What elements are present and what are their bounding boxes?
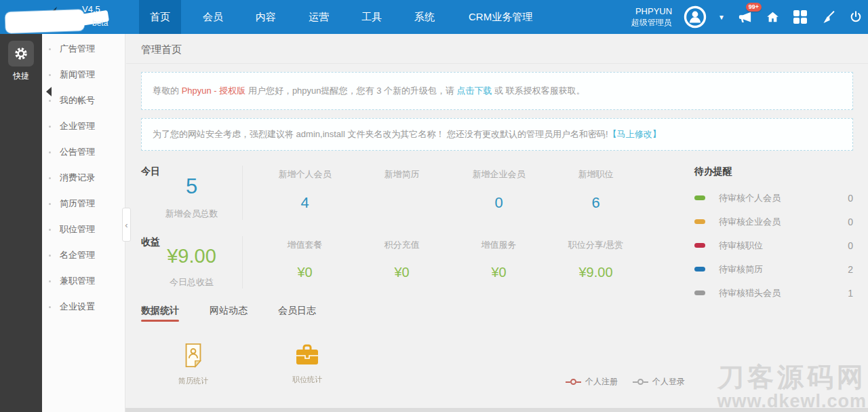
bottom-tabs: 数据统计 网站动态 会员日志 <box>141 305 853 322</box>
active-tab-underline <box>141 320 179 322</box>
todo-count: 0 <box>848 217 853 227</box>
home-icon[interactable] <box>764 9 781 25</box>
revenue-total-label: 今日总收益 <box>141 276 242 288</box>
clear-cache-broom-icon[interactable] <box>820 9 836 25</box>
stat-label: 新增简历 <box>353 168 450 181</box>
todo-label: 待审核简历 <box>719 263 848 276</box>
apps-grid-icon[interactable] <box>792 9 808 25</box>
status-pill-icon <box>694 291 705 295</box>
line-marker-icon <box>566 379 581 385</box>
stat-col-job-share-reward: 职位分享/悬赏 ¥9.00 <box>547 239 644 288</box>
stat-value: 4 <box>256 194 353 212</box>
header-right-cluster: PHPYUN 超级管理员 ▼ 99+ <box>631 0 864 34</box>
tab-site-activity[interactable]: 网站动态 <box>210 305 248 322</box>
sidebar-item-consumption-records[interactable]: 消费记录 <box>42 165 125 191</box>
sidebar-item-announcement-management[interactable]: 公告管理 <box>42 139 125 165</box>
sidebar-item-resume-management[interactable]: 简历管理 <box>42 191 125 217</box>
tab-label: 网站动态 <box>210 305 248 316</box>
resume-document-icon <box>180 342 206 369</box>
sidebar-item-news-management[interactable]: 新闻管理 <box>42 62 125 88</box>
tab-label: 会员日志 <box>278 305 316 316</box>
todo-item-headhunter-member-review[interactable]: 待审核猎头会员 1 <box>694 281 853 305</box>
notice-text: 为了您的网站安全考虑，强烈建议将 admin,install 文件夹名改为其它名… <box>153 129 608 139</box>
stat-col-new-company-members: 新增企业会员 0 <box>450 168 547 220</box>
sidebar-item-job-management[interactable]: 职位管理 <box>42 217 125 242</box>
legend-item-personal-login[interactable]: 个人登录 <box>633 376 685 388</box>
todo-count: 2 <box>848 264 853 275</box>
sidebar-item-company-management[interactable]: 企业管理 <box>42 113 125 139</box>
stat-label: 新增企业会员 <box>450 168 547 181</box>
logout-power-icon[interactable] <box>848 9 864 25</box>
todo-item-personal-member-review[interactable]: 待审核个人会员 0 <box>694 186 853 210</box>
line-marker-icon <box>633 379 648 385</box>
gear-icon <box>14 46 28 61</box>
upgrade-notice: 尊敬的 Phpyun - 授权版 用户您好，phpyun提醒您，您有 3 个新的… <box>141 72 853 110</box>
modify-now-link[interactable]: 【马上修改】 <box>608 129 661 139</box>
stat-label: 职位分享/悬赏 <box>547 239 644 251</box>
sidebar-menu: 广告管理 新闻管理 我的帐号 企业管理 公告管理 消费记录 简历管理 职位管理 … <box>42 34 125 320</box>
todo-label: 待审核职位 <box>719 240 848 252</box>
sidebar-item-my-account[interactable]: 我的帐号 <box>42 88 125 113</box>
user-role: 超级管理员 <box>631 17 672 29</box>
dashboard-stats: 今日 5 新增会员总数 新增个人会员 4 新增简历 <box>141 166 853 288</box>
announcement-icon[interactable]: 99+ <box>736 9 753 25</box>
section-title: 收益 <box>141 236 160 248</box>
tab-data-statistics[interactable]: 数据统计 <box>141 305 179 322</box>
main-content: 管理首页 尊敬的 Phpyun - 授权版 用户您好，phpyun提醒您，您有 … <box>126 34 868 412</box>
sidebar-item-company-settings[interactable]: 企业设置 <box>42 294 125 320</box>
todo-item-job-review[interactable]: 待审核职位 0 <box>694 233 853 257</box>
user-info[interactable]: PHPYUN 超级管理员 <box>631 5 672 29</box>
todo-item-resume-review[interactable]: 待审核简历 2 <box>694 257 853 281</box>
stat-col-new-jobs: 新增职位 6 <box>547 168 644 220</box>
sidebar-item-ad-management[interactable]: 广告管理 <box>42 36 125 62</box>
status-pill-icon <box>694 267 705 271</box>
stat-label: 新增职位 <box>547 168 644 181</box>
stat-label: 积分充值 <box>353 239 450 251</box>
sidebar-item-famous-company-management[interactable]: 名企管理 <box>42 242 125 268</box>
quick-settings-button[interactable] <box>8 41 34 67</box>
quick-rail: 快捷 <box>0 34 42 412</box>
bottom-edge-strip <box>0 408 868 412</box>
statistics-preview-zone: 简历统计 职位统计 个人注册 <box>141 337 853 412</box>
todo-item-company-member-review[interactable]: 待审核企业会员 0 <box>694 210 853 233</box>
security-notice: 为了您的网站安全考虑，强烈建议将 admin,install 文件夹名改为其它名… <box>141 118 853 151</box>
legend-label: 个人注册 <box>585 376 618 388</box>
nav-item-members[interactable]: 会员 <box>192 0 234 34</box>
avatar[interactable] <box>684 5 707 29</box>
sidebar-item-parttime-management[interactable]: 兼职管理 <box>42 268 125 294</box>
nav-item-home[interactable]: 首页 <box>139 0 181 34</box>
today-stats-row: 今日 5 新增会员总数 新增个人会员 4 新增简历 <box>141 166 660 220</box>
todo-title: 待办提醒 <box>694 166 853 178</box>
tab-member-logs[interactable]: 会员日志 <box>278 305 316 322</box>
todo-count: 0 <box>848 193 853 204</box>
sidebar-collapse-handle[interactable]: ‹ <box>122 208 131 242</box>
nav-item-operations[interactable]: 运营 <box>298 0 340 34</box>
legend-label: 个人登录 <box>652 376 685 388</box>
resume-statistics-item[interactable]: 简历统计 <box>163 342 224 386</box>
stat-col-value-added-package: 增值套餐 ¥0 <box>256 239 353 288</box>
todo-label: 待审核企业会员 <box>719 216 848 228</box>
notification-badge: 99+ <box>746 3 762 12</box>
todo-panel: 待办提醒 待审核个人会员 0 待审核企业会员 0 待审核职位 0 <box>694 166 853 305</box>
nav-item-tools[interactable]: 工具 <box>351 0 393 34</box>
stat-value: ¥0 <box>256 265 353 280</box>
nav-item-crm[interactable]: CRM业务管理 <box>458 0 543 34</box>
stat-label: 新增个人会员 <box>256 168 353 181</box>
notice-text: 或 联系授权客服获取。 <box>492 86 585 96</box>
chevron-down-icon[interactable]: ▼ <box>718 14 725 21</box>
top-header: V4.5 beta 首页 会员 内容 运营 工具 系统 CRM业务管理 PHPY… <box>0 0 868 34</box>
version-suffix-label: beta <box>92 18 108 28</box>
today-total-block: 今日 5 新增会员总数 <box>141 166 243 220</box>
revenue-total-block: 收益 ¥9.00 今日总收益 <box>141 236 243 288</box>
stat-icon-label: 职位统计 <box>277 375 338 385</box>
user-name: PHPYUN <box>631 5 672 17</box>
today-total-value: 5 <box>141 174 242 199</box>
job-statistics-item[interactable]: 职位统计 <box>277 342 338 385</box>
nav-item-system[interactable]: 系统 <box>403 0 446 34</box>
status-pill-icon <box>694 219 705 224</box>
nav-item-content[interactable]: 内容 <box>245 0 287 34</box>
stat-col-new-resumes: 新增简历 <box>353 168 450 220</box>
legend-item-personal-register[interactable]: 个人注册 <box>566 376 618 388</box>
download-link[interactable]: 点击下载 <box>457 86 492 96</box>
todo-count: 1 <box>848 288 853 299</box>
